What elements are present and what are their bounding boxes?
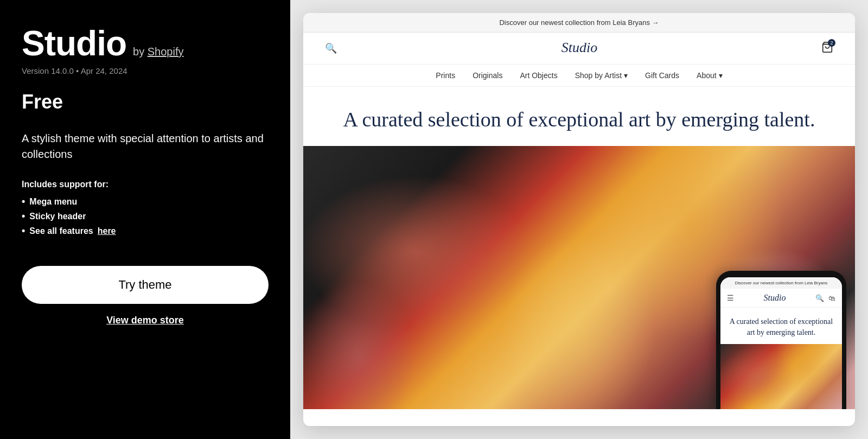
features-list: Mega menu Sticky header See all features…	[22, 196, 269, 240]
search-icon[interactable]: 🔍	[325, 42, 337, 54]
price-label: Free	[22, 91, 269, 113]
nav-gift-cards[interactable]: Gift Cards	[645, 71, 679, 80]
mobile-cart-icon[interactable]: 🛍	[828, 294, 835, 302]
theme-description: A stylish theme with special attention t…	[22, 131, 269, 162]
feature-all-features: See all features here	[22, 225, 269, 237]
mobile-mockup: Discover our newest collection from Leia…	[716, 271, 846, 409]
hero-section: A curated selection of exceptional art b…	[303, 87, 855, 426]
feature-mega-menu: Mega menu	[22, 196, 269, 207]
nav-originals[interactable]: Originals	[473, 71, 502, 80]
view-demo-button[interactable]: View demo store	[22, 315, 269, 326]
store-logo: Studio	[552, 37, 607, 60]
browser-mockup: Discover our newest collection from Leia…	[303, 13, 855, 426]
hamburger-icon[interactable]: ☰	[727, 294, 734, 302]
mobile-headline: A curated selection of exceptional art b…	[720, 308, 842, 344]
nav-about[interactable]: About ▾	[697, 71, 723, 80]
svg-text:Studio: Studio	[561, 40, 597, 55]
shopify-link[interactable]: Shopify	[148, 46, 184, 58]
hero-headline: A curated selection of exceptional art b…	[303, 87, 855, 146]
store-nav: Prints Originals Art Objects Shop by Art…	[303, 65, 855, 87]
feature-sticky-header: Sticky header	[22, 211, 269, 222]
includes-label: Includes support for:	[22, 180, 269, 189]
left-panel: Studio by Shopify Version 14.0.0 • Apr 2…	[0, 0, 290, 439]
by-shopify: by Shopify	[133, 46, 183, 58]
mobile-announcement: Discover our newest collection from Leia…	[720, 277, 842, 289]
features-link[interactable]: here	[98, 226, 116, 236]
mobile-header: ☰ Studio 🔍 🛍	[720, 289, 842, 308]
hero-image-container: Discover our newest collection from Leia…	[303, 146, 855, 409]
chevron-down-icon-about: ▾	[719, 71, 723, 80]
mobile-store-logo: Studio	[764, 293, 786, 303]
right-panel: Discover our newest collection from Leia…	[290, 0, 868, 439]
mobile-screen: Discover our newest collection from Leia…	[720, 277, 842, 409]
mobile-search-icon[interactable]: 🔍	[815, 294, 824, 302]
version-info: Version 14.0.0 • Apr 24, 2024	[22, 66, 269, 75]
announcement-bar: Discover our newest collection from Leia…	[303, 13, 855, 33]
cart-icon-wrapper[interactable]: 2	[821, 41, 833, 55]
theme-title: Studio	[22, 26, 126, 61]
header-left: 🔍	[325, 42, 337, 54]
store-header: 🔍 Studio 2	[303, 33, 855, 65]
mobile-header-icons: 🔍 🛍	[815, 294, 835, 302]
cart-badge: 2	[828, 39, 835, 47]
header-right: 2	[821, 41, 833, 55]
nav-prints[interactable]: Prints	[436, 71, 455, 80]
chevron-down-icon: ▾	[624, 71, 628, 80]
mobile-art-image	[720, 344, 842, 409]
nav-shop-by-artist[interactable]: Shop by Artist ▾	[575, 71, 628, 80]
announcement-text: Discover our newest collection from Leia…	[499, 18, 659, 27]
theme-title-row: Studio by Shopify	[22, 26, 269, 61]
nav-art-objects[interactable]: Art Objects	[520, 71, 557, 80]
try-theme-button[interactable]: Try theme	[22, 266, 269, 304]
